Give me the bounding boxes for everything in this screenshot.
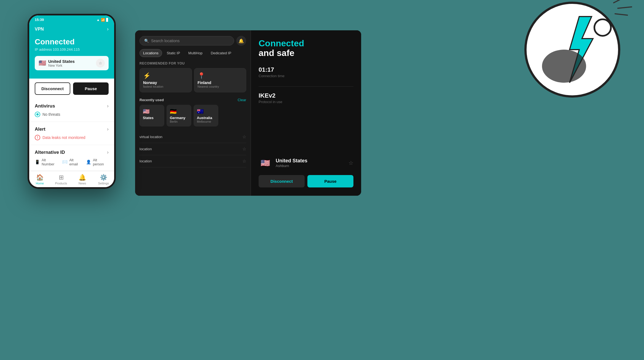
phone-vpn-arrow-icon[interactable]: ›: [107, 26, 109, 32]
connected-flag: 🇺🇸: [259, 156, 272, 170]
pause-button[interactable]: Pause: [307, 175, 353, 187]
settings-icon: ⚙️: [100, 174, 107, 181]
alert-header: Alert ›: [35, 126, 109, 132]
recommended-card-finland[interactable]: 📍 Finland Nearest country: [194, 68, 246, 92]
desktop-status-panel: Connected and safe 01:17 Connection time…: [251, 30, 361, 196]
alt-email-item[interactable]: ✉️ Alt email: [62, 158, 83, 166]
antivirus-section: Antivirus › No threats: [29, 99, 114, 122]
settings-label: Settings: [98, 182, 109, 185]
phone-location-text: United States New York: [48, 59, 75, 68]
phone-action-row: Disconnect Pause: [29, 79, 114, 99]
phone-vpn-label: VPN: [35, 27, 44, 32]
search-input-placeholder[interactable]: Search locations: [151, 39, 180, 43]
alt-id-items: 📱 Alt Number ✉️ Alt email 👤 Alt person: [35, 158, 109, 166]
phone-body: Antivirus › No threats Alert › ! Data le…: [29, 99, 114, 171]
recommended-section-title: Recommended for you: [139, 61, 246, 65]
wifi-icon: ▲: [96, 18, 100, 22]
alt-person-item[interactable]: 👤 Alt person: [86, 158, 109, 166]
alt-id-header: Alternative ID ›: [35, 149, 109, 155]
home-label: Home: [36, 182, 44, 185]
location-list-item-2[interactable]: location ☆: [139, 143, 246, 155]
connection-time-label: Connection time: [259, 74, 353, 78]
alert-section: Alert › ! Data leaks not monitored: [29, 122, 114, 145]
alert-arrow-icon[interactable]: ›: [107, 126, 109, 132]
phone-nav-products[interactable]: ⊞ Products: [50, 174, 72, 185]
antivirus-header: Antivirus ›: [35, 103, 109, 109]
products-icon: ⊞: [59, 174, 64, 181]
alert-status-dot: !: [35, 135, 40, 140]
recent-australia[interactable]: 🇦🇺 Australia Melbourne: [194, 105, 218, 127]
news-icon: 🔔: [79, 174, 86, 181]
antivirus-status-item: No threats: [35, 112, 109, 117]
divider-1: [259, 86, 353, 87]
disconnect-button[interactable]: Disconnect: [259, 175, 305, 187]
tab-locations[interactable]: Locations: [139, 49, 162, 57]
norway-name: Norway: [143, 80, 188, 85]
phone-frame: 15:39 ▲ 📶 ▊ VPN › Connected IP address 1…: [28, 14, 116, 189]
svg-point-1: [594, 19, 611, 36]
alt-person-label: Alt person: [93, 158, 109, 166]
location-list-item-1[interactable]: virtual location ☆: [139, 131, 246, 143]
phone-nav-settings[interactable]: ⚙️ Settings: [93, 174, 114, 185]
phone-header: VPN › Connected IP address 103.109.244.1…: [29, 23, 114, 79]
tab-dedicated-ip[interactable]: Dedicated IP: [207, 49, 235, 57]
alt-number-item[interactable]: 📱 Alt Number: [35, 158, 59, 166]
email-alt-icon: ✉️: [62, 160, 68, 165]
svg-line-5: [618, 7, 632, 8]
favorite-star-2[interactable]: ☆: [242, 146, 246, 152]
recommended-card-norway[interactable]: ⚡ Norway fastest location: [139, 68, 192, 92]
signal-icon: 📶: [101, 18, 105, 22]
search-bar[interactable]: 🔍 Search locations: [139, 36, 234, 45]
phone-nav-news[interactable]: 🔔 News: [72, 174, 93, 185]
tab-multihop[interactable]: MultiHop: [185, 49, 206, 57]
phone-location-row[interactable]: 🇺🇸 United States New York ☆: [35, 56, 109, 70]
finland-flag: 📍: [198, 72, 243, 79]
alt-id-arrow-icon[interactable]: ›: [107, 149, 109, 155]
home-icon: 🏠: [36, 174, 44, 181]
recently-used-header: Recently used Clear: [139, 98, 246, 102]
australia-flag: 🇦🇺: [197, 108, 204, 115]
bolt-icon: ⚡: [143, 72, 188, 79]
news-label: News: [79, 182, 86, 185]
favorite-star-3[interactable]: ☆: [242, 158, 246, 164]
tab-static-ip[interactable]: Static IP: [163, 49, 184, 57]
antivirus-arrow-icon[interactable]: ›: [107, 103, 109, 109]
phone-disconnect-button[interactable]: Disconnect: [35, 82, 70, 95]
phone-time: 15:39: [35, 18, 44, 22]
location-list-item-3[interactable]: location ☆: [139, 155, 246, 167]
notification-bell-button[interactable]: 🔔: [236, 36, 246, 46]
clear-button[interactable]: Clear: [238, 98, 246, 102]
alt-id-title: Alternative ID: [35, 150, 65, 155]
alert-status-text: Data leaks not monitored: [42, 135, 85, 140]
safe-line: and safe: [259, 48, 294, 58]
alert-title: Alert: [35, 127, 45, 132]
recommended-grid: ⚡ Norway fastest location 📍 Finland Near…: [139, 68, 246, 92]
battery-icon: ▊: [106, 18, 109, 22]
phone-favorite-button[interactable]: ☆: [96, 59, 105, 68]
phone-nav-home[interactable]: 🏠 Home: [29, 174, 50, 185]
svg-line-4: [614, 0, 625, 3]
location-text-1: virtual location: [139, 135, 242, 139]
alternative-id-section: Alternative ID › 📱 Alt Number ✉️ Alt ema…: [29, 145, 114, 171]
products-label: Products: [55, 182, 67, 185]
recent-germany[interactable]: 🇩🇪 Germany Berlin: [167, 105, 191, 127]
locations-content: Recommended for you ⚡ Norway fastest loc…: [135, 61, 251, 196]
favorite-star-1[interactable]: ☆: [242, 134, 246, 139]
protocol-stat: IKEv2 Protocol in use: [259, 92, 353, 104]
helmet-illustration: [509, 0, 636, 121]
favorite-star-main[interactable]: ☆: [348, 160, 353, 166]
nav-tabs: Locations Static IP MultiHop Dedicated I…: [135, 49, 251, 57]
norway-sub: fastest location: [143, 85, 188, 88]
phone-pause-button[interactable]: Pause: [73, 82, 109, 95]
australia-name: Australia: [197, 116, 212, 120]
connection-city: Ashburn: [276, 164, 307, 168]
us-flag: 🇺🇸: [143, 108, 150, 115]
phone-mockup: 15:39 ▲ 📶 ▊ VPN › Connected IP address 1…: [28, 14, 121, 189]
phone-bottom-nav: 🏠 Home ⊞ Products 🔔 News ⚙️ Settings: [29, 171, 114, 187]
action-buttons: Disconnect Pause: [259, 175, 353, 187]
australia-city: Melbourne: [197, 120, 211, 123]
phone-country: United States: [48, 59, 75, 64]
phone-alt-icon: 📱: [35, 160, 40, 165]
connection-location: 🇺🇸 United States Ashburn ☆: [259, 156, 353, 170]
recent-us[interactable]: 🇺🇸 States: [139, 105, 164, 127]
